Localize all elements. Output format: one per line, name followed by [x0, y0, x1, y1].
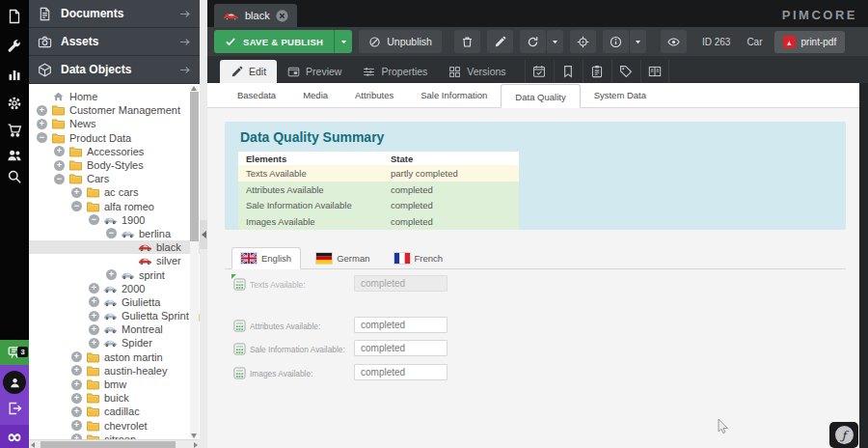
view-tool-button[interactable] [611, 60, 640, 83]
scrollbar-thumb[interactable] [190, 92, 199, 241]
tree-item[interactable]: Customer Management [29, 103, 200, 117]
tree-item[interactable]: 1900 [29, 213, 200, 227]
locate-in-tree-button[interactable] [570, 30, 596, 53]
tree-item[interactable]: Giulietta [29, 295, 200, 309]
expander-icon[interactable] [71, 379, 82, 390]
accordion-header[interactable]: Documents [29, 0, 200, 28]
expander-icon[interactable] [71, 406, 82, 417]
field-input[interactable] [354, 364, 448, 380]
expander-icon[interactable] [106, 228, 117, 238]
avatar[interactable] [3, 371, 26, 394]
tree-item[interactable]: aston martin [29, 350, 200, 364]
expander-icon[interactable] [37, 132, 47, 143]
view-tool-button[interactable] [640, 60, 669, 83]
rail-button[interactable] [0, 33, 29, 58]
tree-item[interactable]: Product Data [29, 131, 200, 145]
expander-icon[interactable] [89, 338, 99, 349]
tree-item[interactable]: 2000 [29, 282, 200, 295]
tree-item[interactable]: cadillac [29, 405, 200, 418]
tree-item[interactable]: Spider [29, 336, 200, 350]
expander-icon[interactable] [106, 269, 117, 280]
scrollbar-thumb[interactable] [41, 441, 176, 448]
tree-item[interactable]: chevrolet [29, 419, 200, 433]
tree-item[interactable]: ac cars [29, 185, 200, 199]
tree-item[interactable]: Accessories [29, 145, 200, 158]
delete-button[interactable] [454, 30, 480, 53]
tree-item[interactable]: Home [29, 90, 200, 103]
tree-item[interactable]: sprint [29, 267, 200, 281]
tree-item[interactable]: Body-Styles [29, 158, 200, 172]
object-tab-black[interactable]: black [214, 4, 297, 27]
expander-icon[interactable] [71, 393, 82, 404]
reload-options-caret[interactable] [547, 30, 563, 53]
expander-icon[interactable] [54, 160, 65, 171]
tree-item[interactable]: Gulietta Sprint Specia [29, 309, 200, 322]
expander-icon[interactable] [37, 105, 47, 116]
rail-button[interactable] [0, 118, 29, 143]
tree-item[interactable]: berlina [29, 227, 200, 240]
view-tab[interactable]: Versions [438, 60, 516, 83]
expander-icon[interactable] [71, 365, 82, 376]
tree-item[interactable]: austin-healey [29, 364, 200, 378]
tree-item[interactable]: bmw [29, 378, 200, 391]
view-tab[interactable]: Properties [352, 60, 438, 83]
expander-icon[interactable] [89, 311, 99, 322]
expander-icon[interactable] [89, 296, 99, 307]
subtab[interactable]: Basedata [224, 83, 289, 107]
tree-item[interactable]: citroen [29, 433, 200, 439]
rename-button[interactable] [487, 30, 513, 53]
expander-icon[interactable] [54, 174, 65, 184]
save-options-caret[interactable] [334, 30, 352, 53]
field-input[interactable] [354, 317, 448, 333]
expander-icon[interactable] [89, 214, 99, 225]
print-pdf-button[interactable]: print-pdf [774, 31, 846, 53]
expander-icon[interactable] [89, 283, 99, 294]
view-tool-button[interactable] [554, 60, 583, 83]
overlay-extension-widget[interactable]: ƒ [829, 422, 858, 448]
panel-splitter[interactable] [200, 0, 207, 448]
rail-button[interactable] [0, 164, 29, 189]
expander-icon[interactable] [89, 324, 99, 335]
tree-item[interactable]: Cars [29, 172, 200, 185]
accordion-header[interactable]: Data Objects [29, 56, 200, 84]
tree-item[interactable]: buick [29, 391, 200, 405]
field-input[interactable] [354, 275, 448, 292]
tree-vertical-scrollbar[interactable] [190, 86, 199, 438]
pimcore-infinity-logo[interactable]: ∞ [0, 425, 29, 448]
open-preview-button[interactable] [661, 30, 687, 53]
scroll-down-arrow[interactable] [191, 434, 197, 438]
rail-button[interactable] [0, 62, 29, 87]
view-tab[interactable]: Edit [220, 60, 277, 83]
scroll-right-arrow[interactable] [194, 442, 198, 448]
rail-button[interactable] [0, 91, 29, 116]
tree-horizontal-scrollbar[interactable] [29, 439, 200, 448]
expander-icon[interactable] [37, 119, 47, 129]
close-icon[interactable] [276, 10, 288, 22]
tree-item[interactable]: News [29, 117, 200, 130]
info-button[interactable] [603, 30, 629, 53]
accordion-header[interactable]: Assets [29, 28, 200, 56]
tree-item[interactable]: Montreal [29, 322, 200, 336]
expander-icon[interactable] [71, 420, 82, 431]
subtab[interactable]: Attributes [341, 83, 407, 107]
tree-item[interactable]: silver [29, 254, 200, 267]
rail-button[interactable] [0, 4, 29, 29]
logout-icon[interactable] [7, 401, 22, 416]
notifications-button[interactable]: 3 [0, 340, 29, 365]
info-options-caret[interactable] [630, 30, 646, 53]
view-tab[interactable]: Preview [277, 60, 352, 83]
tree-item[interactable]: alfa romeo [29, 200, 200, 213]
subtab[interactable]: System Data [581, 83, 660, 107]
subtab[interactable]: Media [289, 83, 341, 107]
tree-item[interactable]: black [29, 240, 200, 254]
expander-icon[interactable] [71, 351, 82, 362]
collapse-sidebar-handle[interactable] [200, 220, 207, 249]
subtab[interactable]: Sale Information [407, 83, 501, 107]
field-input[interactable] [354, 340, 448, 356]
save-publish-button[interactable]: SAVE & PUBLISH [214, 30, 334, 53]
expander-icon[interactable] [54, 146, 65, 156]
subtab[interactable]: Data Quality [501, 84, 580, 108]
view-tool-button[interactable] [583, 60, 611, 83]
expander-icon[interactable] [71, 201, 82, 211]
expander-icon[interactable] [71, 187, 82, 198]
